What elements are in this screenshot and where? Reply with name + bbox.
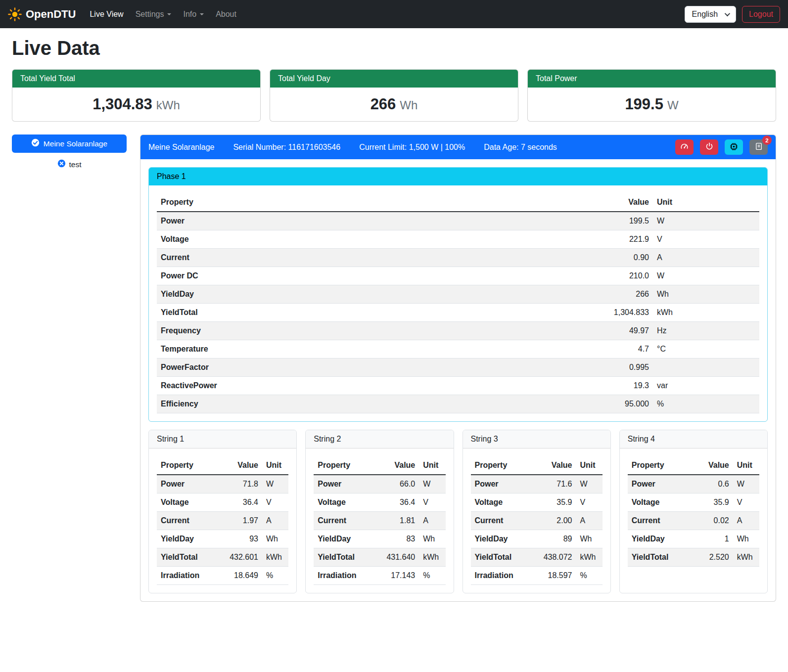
value-cell: 0.6 <box>688 475 733 493</box>
value-cell: 2.00 <box>531 512 576 530</box>
column-header-value: Value <box>688 456 733 475</box>
nav-item-info[interactable]: Info <box>179 6 208 23</box>
table-row: Voltage35.9V <box>628 493 759 512</box>
value-cell: 0.02 <box>688 512 733 530</box>
string-table: Property Value Unit Power71.6WVoltage35.… <box>471 456 603 585</box>
value-cell: 95.000 <box>589 395 653 413</box>
unit-cell: V <box>419 493 445 512</box>
summary-card-title: Total Power <box>528 70 776 88</box>
table-row: Power0.6W <box>628 475 759 493</box>
table-row: Current2.00A <box>471 512 603 530</box>
table-row: PowerFactor0.995 <box>157 358 759 377</box>
nav-item-settings[interactable]: Settings <box>132 6 176 23</box>
value-cell: 2.520 <box>688 548 733 567</box>
property-cell: Current <box>157 249 589 267</box>
property-cell: YieldTotal <box>628 548 688 567</box>
table-row: Frequency49.97Hz <box>157 322 759 340</box>
nav-item-about[interactable]: About <box>212 6 240 23</box>
logout-button[interactable]: Logout <box>742 6 780 23</box>
property-cell: YieldTotal <box>157 304 589 322</box>
unit-cell: A <box>419 512 445 530</box>
unit-cell: Wh <box>653 285 759 304</box>
inverter-button-active[interactable]: Meine Solaranlage <box>12 134 127 153</box>
inverter-button-inactive[interactable]: test <box>12 159 127 170</box>
table-row: Current0.02A <box>628 512 759 530</box>
app-root: OpenDTU Live View Settings Info About En… <box>0 0 788 672</box>
property-cell: Current <box>314 512 374 530</box>
property-cell: PowerFactor <box>157 358 589 377</box>
unit-cell: W <box>733 475 759 493</box>
x-circle-icon <box>57 159 66 170</box>
page-content: Live Data Total Yield Total 1,304.83kWh … <box>0 37 788 617</box>
chevron-down-icon <box>200 13 204 15</box>
value-cell: 210.0 <box>589 267 653 285</box>
inverter-button-label: test <box>69 160 82 169</box>
nav-item-live-view[interactable]: Live View <box>86 6 127 23</box>
inverter-panel-header: Meine Solaranlage Serial Number: 1161716… <box>140 135 776 159</box>
journal-icon <box>754 142 763 152</box>
unit-cell: V <box>576 493 603 512</box>
property-cell: Power <box>157 475 217 493</box>
property-cell: Irradiation <box>314 567 374 585</box>
unit-cell: % <box>653 395 759 413</box>
device-info-button[interactable] <box>725 139 743 155</box>
value-cell: 35.9 <box>531 493 576 512</box>
value-cell: 4.7 <box>589 340 653 358</box>
property-cell: Power <box>314 475 374 493</box>
value-cell: 18.597 <box>531 567 576 585</box>
string-card-4: String 4 Property Value Unit <box>619 430 768 593</box>
property-cell: Temperature <box>157 340 589 358</box>
table-row: YieldDay266Wh <box>157 285 759 304</box>
event-log-button[interactable]: 2 <box>749 139 768 155</box>
table-row: Power71.8W <box>157 475 288 493</box>
inverter-limit: Current Limit: 1,500 W | 100% <box>359 143 465 152</box>
unit-cell: V <box>653 230 759 249</box>
inverter-button-label: Meine Solaranlage <box>44 139 107 148</box>
unit-cell: V <box>733 493 759 512</box>
value-cell: 36.4 <box>217 493 262 512</box>
phase-card-title: Phase 1 <box>149 168 767 185</box>
value-cell: 93 <box>217 530 262 548</box>
unit-cell: % <box>262 567 288 585</box>
top-navbar: OpenDTU Live View Settings Info About En… <box>0 0 788 28</box>
summary-unit: kWh <box>156 98 180 112</box>
inverter-actions: 2 <box>675 139 768 155</box>
unit-cell: Hz <box>653 322 759 340</box>
table-row: Current1.97A <box>157 512 288 530</box>
brand-link[interactable]: OpenDTU <box>8 7 76 21</box>
unit-cell: var <box>653 377 759 395</box>
column-header-value: Value <box>531 456 576 475</box>
unit-cell: kWh <box>262 548 288 567</box>
summary-card-title: Total Yield Day <box>270 70 518 88</box>
power-button[interactable] <box>700 139 718 155</box>
language-select[interactable]: English <box>685 6 736 23</box>
property-cell: Power <box>471 475 531 493</box>
unit-cell: A <box>733 512 759 530</box>
chevron-down-icon <box>167 13 171 15</box>
value-cell: 71.8 <box>217 475 262 493</box>
page-title: Live Data <box>12 37 776 59</box>
table-row: Power66.0W <box>314 475 445 493</box>
table-row: YieldTotal431.640kWh <box>314 548 445 567</box>
summary-card-body: 266Wh <box>270 88 518 121</box>
value-cell: 221.9 <box>589 230 653 249</box>
value-cell: 438.072 <box>531 548 576 567</box>
property-cell: Power <box>628 475 688 493</box>
inverter-name: Meine Solaranlage <box>148 143 214 152</box>
inverter-serial: Serial Number: 116171603546 <box>233 143 340 152</box>
unit-cell: Wh <box>419 530 445 548</box>
unit-cell: Wh <box>576 530 603 548</box>
column-header-unit: Unit <box>419 456 445 475</box>
inverter-panel-body: Phase 1 Property Value Unit <box>140 159 776 601</box>
limit-settings-button[interactable] <box>675 139 694 155</box>
property-cell: YieldDay <box>628 530 688 548</box>
value-cell: 66.0 <box>374 475 419 493</box>
value-cell: 266 <box>589 285 653 304</box>
inverter-sidebar: Meine Solaranlage test <box>12 134 127 170</box>
value-cell: 0.90 <box>589 249 653 267</box>
table-row: Irradiation18.649% <box>157 567 288 585</box>
value-cell: 83 <box>374 530 419 548</box>
unit-cell: W <box>262 475 288 493</box>
string-card-1: String 1 Property Value Unit <box>148 430 297 593</box>
string-table: Property Value Unit Power0.6WVoltage35.9… <box>628 456 759 567</box>
